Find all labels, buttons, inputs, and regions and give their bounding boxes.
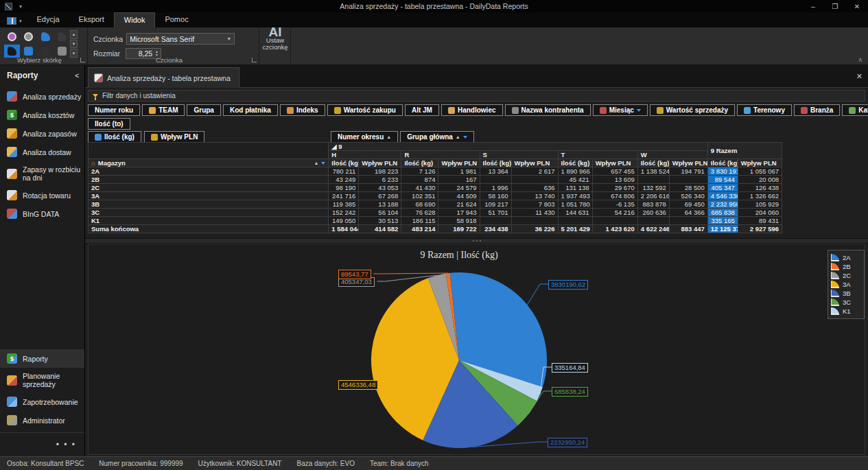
data-field-chip-ilo-kg-[interactable]: Ilość (kg) — [88, 131, 141, 143]
gallery-up-icon[interactable]: ▲ — [70, 30, 78, 39]
column-group-t[interactable]: T — [558, 151, 637, 159]
chip-label: Wartość sprzedaży — [666, 106, 728, 114]
filter-chip-bran-a[interactable]: Branża — [794, 104, 840, 116]
subcol-qty-header[interactable]: Ilość (kg) — [480, 159, 511, 167]
pie-label-3a: 4546336,48 — [338, 380, 378, 390]
filter-chip-warto-sprzeda-y[interactable]: Wartość sprzedaży — [650, 104, 735, 116]
subcol-qty-header[interactable]: Ilość (kg) — [707, 159, 738, 167]
total-group-header[interactable]: 9 Razem — [707, 143, 782, 159]
sidebar-item-planowanie-sprzeda-y[interactable]: Planowanie sprzedaży — [0, 368, 84, 392]
sidebar-item-label: Zapasy w rozbiciu na dni — [23, 165, 82, 182]
filter-chip-indeks[interactable]: Indeks — [280, 104, 325, 116]
close-button[interactable]: ✕ — [846, 0, 868, 12]
column-field-grupa-g-wna[interactable]: Grupa główna▲ — [400, 131, 474, 143]
pivot-cell: 132 592 — [637, 184, 669, 192]
column-group-h[interactable]: H — [329, 151, 401, 159]
filter-chip-ilo-to-[interactable]: Ilość (to) — [88, 118, 130, 130]
minimize-button[interactable]: – — [802, 0, 824, 12]
sidebar-overflow-button[interactable]: • • • — [0, 436, 84, 456]
data-field-chip-wp-yw-pln[interactable]: Wpływ PLN — [144, 131, 204, 143]
column-group-r[interactable]: R — [401, 151, 480, 159]
period-group-header[interactable]: ◢ 9 — [329, 143, 707, 151]
subcol-val-header[interactable]: Wpływ PLN — [438, 159, 480, 167]
sort-asc-icon: ▲ — [456, 134, 460, 139]
sidebar-item-administrator[interactable]: Administrator — [0, 411, 84, 430]
filter-chip-grupa[interactable]: Grupa — [187, 104, 220, 116]
subcol-val-header[interactable]: Wpływ PLN — [738, 159, 782, 167]
document-tab[interactable]: Analiza sprzedaży - tabela przestawna — [88, 67, 239, 88]
subcol-qty-header[interactable]: Ilość (kg) — [401, 159, 438, 167]
skin-tile-1[interactable] — [4, 30, 20, 44]
pivot-cell: 45 421 — [558, 176, 592, 184]
skin-gallery-scrollbar[interactable]: ▲ ▼ ▼ — [70, 30, 78, 58]
filter-chip-nazwa-kontrahenta[interactable]: Nazwa kontrahenta — [505, 104, 591, 116]
filter-chip-alt-jm[interactable]: Alt JM — [405, 104, 439, 116]
sidebar-item-analiza-dostaw[interactable]: Analiza dostaw — [0, 143, 84, 161]
cost-analysis-icon: $ — [7, 110, 17, 120]
legend-label: 2B — [843, 263, 851, 270]
pivot-cell: 6 233 — [359, 176, 401, 184]
pivot-cell: 2 206 616 — [637, 192, 669, 200]
filter-chip-team[interactable]: TEAM — [142, 104, 185, 116]
filter-chip-kod-p-atnika[interactable]: Kod płatnika — [223, 104, 278, 116]
filter-settings-bar[interactable]: Filtr danych i ustawienia — [88, 90, 865, 102]
sidebar-item-bing-data[interactable]: BInG DATA — [0, 204, 84, 223]
tab-widok[interactable]: Widok — [114, 12, 156, 27]
close-tab-icon[interactable]: ✕ — [856, 72, 863, 81]
tab-eksport[interactable]: Eksport — [69, 12, 114, 27]
sidebar-item-raporty[interactable]: $Raporty — [0, 349, 84, 368]
subcol-qty-header[interactable]: Ilość (kg) — [558, 159, 592, 167]
dialog-launcher-icon[interactable] — [252, 58, 257, 62]
set-font-button[interactable]: AI Ustaw czcionkę — [261, 29, 289, 62]
filter-chip-numer-roku[interactable]: Numer roku — [88, 104, 140, 116]
admin-icon — [7, 415, 17, 425]
sidebar-item-analiza-koszt-w[interactable]: $Analiza kosztów — [0, 106, 84, 124]
subcol-val-header[interactable]: Wpływ PLN — [511, 159, 558, 167]
sort-asc-icon[interactable]: ▲ — [314, 161, 318, 165]
sidebar-item-zapotrzebowanie[interactable]: Zapotrzebowanie — [0, 392, 84, 411]
filter-chip-miesi-c[interactable]: Miesiąc — [593, 104, 648, 116]
subcol-qty-header[interactable]: Ilość (kg) — [637, 159, 669, 167]
collapse-sidebar-icon[interactable]: < — [75, 72, 79, 80]
pivot-cell: 44 509 — [438, 192, 480, 200]
sidebar-item-label: Planowanie sprzedaży — [23, 372, 82, 388]
filter-funnel-icon[interactable] — [321, 162, 325, 165]
application-menu-button[interactable]: ▾ — [0, 15, 27, 27]
restore-button[interactable]: ❐ — [824, 0, 846, 12]
quick-access-caret-icon[interactable]: ▾ — [19, 3, 22, 10]
filter-chip-warto-zakupu[interactable]: Wartość zakupu — [327, 104, 403, 116]
filter-chip-handlowiec[interactable]: Handlowiec — [441, 104, 503, 116]
subcol-val-header[interactable]: Wpływ PLN — [592, 159, 637, 167]
column-group-s[interactable]: S — [480, 151, 558, 159]
splitter-handle[interactable] — [85, 238, 868, 244]
skin-tile-2[interactable] — [21, 30, 36, 44]
sales-analysis-icon — [7, 91, 17, 102]
filter-chip-kategoria[interactable]: Kategoria — [842, 104, 868, 116]
font-family-select[interactable]: Microsoft Sans Serif ▼ — [126, 33, 235, 45]
row-field-magazyn[interactable]: ⌂Magazyn▲ — [89, 159, 329, 167]
subcol-val-header[interactable]: Wpływ PLN — [359, 159, 401, 167]
pivot-cell: 41 430 — [401, 184, 438, 192]
sidebar-item-label: Administrator — [23, 416, 65, 425]
gallery-down-icon[interactable]: ▼ — [70, 40, 78, 49]
tab-edycja[interactable]: Edycja — [27, 12, 69, 27]
column-group-w[interactable]: W — [637, 151, 707, 159]
subcol-qty-header[interactable]: Ilość (kg) — [329, 159, 359, 167]
pivot-cell: 149 050 — [329, 217, 359, 225]
pivot-cell: 64 366 — [669, 209, 707, 217]
skin-tile-4[interactable] — [54, 30, 70, 44]
dialog-launcher-icon[interactable] — [80, 58, 85, 62]
sidebar-item-zapasy-w-rozbiciu-na-dni[interactable]: Zapasy w rozbiciu na dni — [0, 161, 84, 186]
sidebar-item-rotacja-towaru[interactable]: Rotacja towaru — [0, 186, 84, 204]
filter-chip-terenowy[interactable]: Terenowy — [737, 104, 792, 116]
collapse-ribbon-icon[interactable]: ∧ — [858, 56, 863, 63]
sidebar-item-analiza-sprzeda-y[interactable]: Analiza sprzedaży — [0, 87, 84, 106]
tab-pomoc[interactable]: Pomoc — [155, 12, 198, 27]
pivot-cell: 13 609 — [592, 176, 637, 184]
subcol-val-header[interactable]: Wpływ PLN — [669, 159, 707, 167]
column-field-numer-okresu[interactable]: Numer okresu▲ — [331, 131, 398, 143]
pie-label-3c: 685838,24 — [552, 387, 588, 397]
skin-tile-3[interactable] — [38, 30, 54, 44]
sidebar-item-analiza-zapas-w[interactable]: Analiza zapasów — [0, 124, 84, 143]
status-item: Baza danych: EVO — [296, 460, 355, 467]
